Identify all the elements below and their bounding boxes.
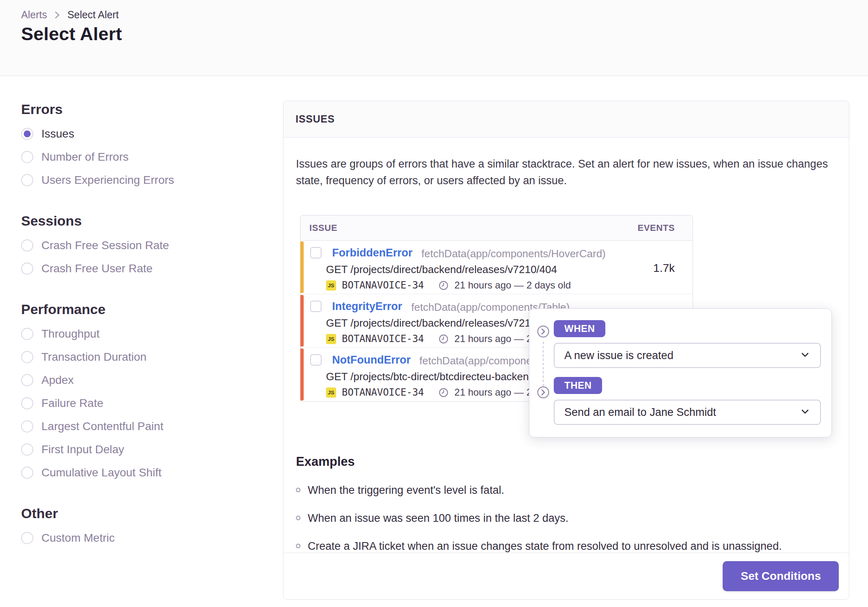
example-item: When an issue was seen 100 times in the …	[296, 512, 836, 525]
radio-button[interactable]	[21, 239, 33, 252]
alert-conditions-popover: WHEN A new issue is created THEN Send an…	[529, 308, 832, 437]
issue-column-header: ISSUE	[309, 223, 337, 233]
radio-button[interactable]	[21, 151, 33, 163]
clock-icon	[438, 280, 449, 291]
clock-icon	[438, 387, 449, 398]
alert-type-option[interactable]: Failure Rate	[21, 396, 212, 410]
circled-chevron-right-icon	[537, 325, 549, 338]
alert-type-option[interactable]: Crash Free Session Rate	[21, 239, 212, 252]
alert-type-label: Custom Metric	[41, 532, 114, 545]
examples-section: Examples When the triggering event's lev…	[296, 454, 836, 553]
alert-type-option[interactable]: Custom Metric	[21, 531, 212, 545]
alert-type-label: Issues	[41, 127, 74, 140]
chevron-down-icon	[800, 406, 810, 418]
issues-description: Issues are groups of errors that have a …	[296, 156, 836, 189]
chevron-down-icon	[800, 349, 810, 362]
issue-row: ForbiddenError fetchData(app/components/…	[300, 241, 693, 294]
issue-short-id: BOTANAVOICE-34	[342, 333, 424, 344]
issues-table-header: ISSUE EVENTS	[300, 215, 693, 241]
radio-button[interactable]	[21, 467, 33, 479]
alert-type-label: Crash Free Session Rate	[41, 239, 169, 252]
issue-events-count: 1.7k	[653, 262, 675, 275]
alert-type-option[interactable]: Cumulative Layout Shift	[21, 466, 212, 480]
issue-request: GET /projects/direct/backend/releases/v7…	[326, 317, 557, 329]
breadcrumb-current: Select Alert	[67, 9, 119, 21]
alert-type-label: Cumulative Layout Shift	[41, 466, 162, 479]
example-text: When an issue was seen 100 times in the …	[308, 512, 568, 525]
bullet-icon	[296, 544, 300, 548]
alert-type-label: Apdex	[41, 374, 73, 387]
alert-type-option[interactable]: Transaction Duration	[21, 350, 212, 364]
issue-name-link[interactable]: IntegrityError	[332, 300, 402, 313]
sidebar-group-title: Performance	[21, 301, 212, 317]
sidebar-group: Errors Issues Number of Errors Users Exp…	[21, 101, 212, 187]
then-badge: THEN	[554, 377, 602, 394]
radio-button[interactable]	[21, 174, 33, 186]
circled-chevron-right-icon	[537, 386, 549, 398]
alert-type-option[interactable]: Largest Contentful Paint	[21, 420, 212, 433]
dashed-connector	[543, 342, 544, 386]
issue-checkbox[interactable]	[310, 354, 322, 366]
issue-request: GET /projects/btc-direct/btcdirecteu-bac…	[326, 370, 535, 383]
alert-type-label: Number of Errors	[41, 151, 129, 164]
alert-type-label: Transaction Duration	[41, 351, 147, 364]
alert-type-option[interactable]: Apdex	[21, 373, 212, 387]
breadcrumb: Alerts Select Alert	[21, 9, 119, 21]
issue-level-indicator	[300, 241, 304, 293]
issue-name-link[interactable]: NotFoundError	[332, 354, 410, 366]
when-badge: WHEN	[554, 320, 605, 337]
issue-culprit: fetchData(app/components/HoverCard)	[421, 248, 606, 260]
sidebar-group: Sessions Crash Free Session Rate Crash F…	[21, 213, 212, 276]
issues-panel-header: ISSUES	[283, 101, 849, 138]
alert-type-label: Throughput	[41, 327, 99, 340]
alert-type-option[interactable]: Issues	[21, 127, 212, 141]
example-item: Create a JIRA ticket when an issue chang…	[296, 540, 836, 553]
sidebar-group: Other Custom Metric	[21, 506, 212, 545]
issue-short-id: BOTANAVOICE-34	[342, 387, 424, 398]
alert-type-option[interactable]: First Input Delay	[21, 443, 212, 456]
when-condition-select[interactable]: A new issue is created	[554, 343, 821, 368]
clock-icon	[438, 334, 449, 344]
panel-footer: Set Conditions	[283, 553, 849, 599]
radio-button[interactable]	[21, 374, 33, 386]
alert-type-label: Largest Contentful Paint	[41, 420, 163, 433]
alert-type-option[interactable]: Number of Errors	[21, 150, 212, 164]
alert-type-label: Crash Free User Rate	[41, 262, 153, 275]
bullet-icon	[296, 488, 300, 492]
page-title: Select Alert	[21, 24, 122, 45]
issue-level-indicator	[300, 349, 304, 400]
radio-button[interactable]	[21, 328, 33, 340]
sidebar-group-title: Errors	[21, 101, 212, 117]
alert-type-sidebar: Errors Issues Number of Errors Users Exp…	[21, 101, 212, 554]
alert-type-option[interactable]: Crash Free User Rate	[21, 262, 212, 276]
alert-type-option[interactable]: Throughput	[21, 327, 212, 341]
alert-type-label: Failure Rate	[41, 397, 104, 410]
radio-button[interactable]	[21, 532, 33, 544]
page-header: Alerts Select Alert Select Alert	[0, 0, 868, 76]
then-action-value: Send an email to Jane Schmidt	[564, 406, 716, 419]
radio-button[interactable]	[21, 397, 33, 409]
then-action-select[interactable]: Send an email to Jane Schmidt	[554, 400, 821, 425]
set-conditions-button[interactable]: Set Conditions	[723, 561, 839, 591]
example-item: When the triggering event's level is fat…	[296, 484, 836, 497]
radio-button[interactable]	[21, 263, 33, 275]
bullet-icon	[296, 516, 300, 520]
radio-button[interactable]	[21, 351, 33, 363]
alert-type-label: Users Experiencing Errors	[41, 174, 174, 187]
radio-button[interactable]	[21, 128, 33, 140]
radio-button[interactable]	[21, 420, 33, 433]
javascript-platform-icon: JS	[326, 334, 336, 344]
alert-type-option[interactable]: Users Experiencing Errors	[21, 173, 212, 187]
chevron-right-icon	[54, 10, 61, 20]
issue-short-id: BOTANAVOICE-34	[342, 280, 424, 291]
breadcrumb-alerts-link[interactable]: Alerts	[21, 9, 47, 21]
issue-name-link[interactable]: ForbiddenError	[332, 247, 412, 259]
example-text: When the triggering event's level is fat…	[308, 484, 504, 497]
issues-panel-title: ISSUES	[296, 113, 335, 125]
issue-checkbox[interactable]	[310, 247, 322, 258]
alert-type-label: First Input Delay	[41, 443, 124, 456]
issue-time-range: 21 hours ago — 2 days old	[454, 280, 571, 291]
issue-checkbox[interactable]	[310, 301, 322, 312]
radio-button[interactable]	[21, 443, 33, 456]
javascript-platform-icon: JS	[326, 280, 336, 291]
